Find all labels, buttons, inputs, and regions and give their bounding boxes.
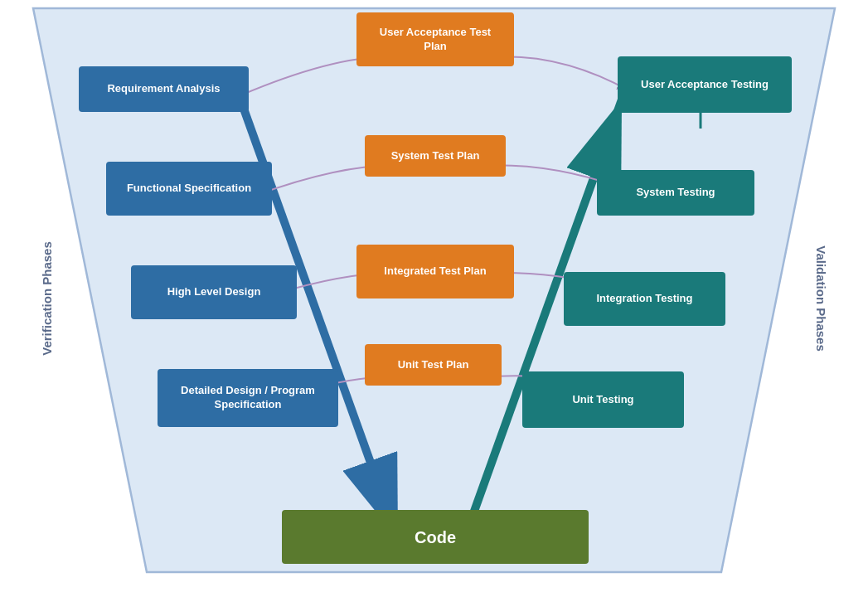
code-box: Code xyxy=(282,510,589,564)
user-acceptance-test-plan-box: User Acceptance Test Plan xyxy=(356,12,514,66)
system-testing-box: System Testing xyxy=(597,170,754,216)
functional-specification-box: Functional Specification xyxy=(106,162,272,216)
detailed-design-box: Detailed Design / Program Specification xyxy=(158,369,338,427)
unit-test-plan-box: Unit Test Plan xyxy=(365,344,502,386)
high-level-design-box: High Level Design xyxy=(131,265,297,319)
diagram-container: Verification Phases Validation Phases Us… xyxy=(0,0,868,597)
integration-testing-box: Integration Testing xyxy=(564,272,725,326)
integrated-test-plan-box: Integrated Test Plan xyxy=(356,245,514,298)
requirement-analysis-box: Requirement Analysis xyxy=(79,66,249,112)
system-test-plan-box: System Test Plan xyxy=(365,135,506,177)
verification-label: Verification Phases xyxy=(40,241,54,356)
validation-label: Validation Phases xyxy=(814,245,828,352)
user-acceptance-testing-box: User Acceptance Testing xyxy=(618,56,792,113)
unit-testing-box: Unit Testing xyxy=(522,371,684,428)
